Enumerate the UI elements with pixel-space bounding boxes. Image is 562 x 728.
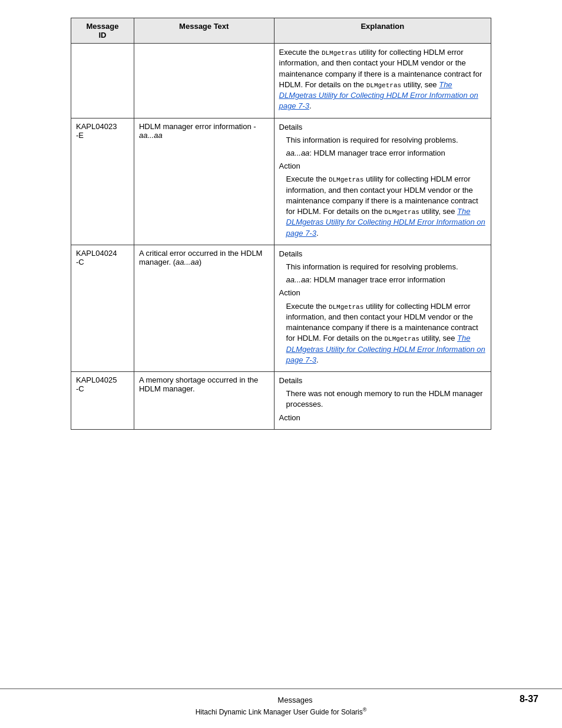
cell-message: HDLM manager error information - aa...aa [134,118,274,245]
footer-center: Messages [71,696,520,704]
cell-id [71,44,134,118]
table-row: Execute the DLMgetras utility for collec… [71,44,491,118]
cell-explanation: Details This information is required for… [274,118,491,245]
header-message: Message Text [134,18,274,44]
details-param: aa...aa: HDLM manager trace error inform… [286,148,486,159]
table-row: KAPL04023-E HDLM manager error informati… [71,118,491,245]
main-table: MessageID Message Text Explanation Execu… [71,18,491,430]
cell-message [134,44,274,118]
cell-id: KAPL04025-C [71,372,134,430]
italic-param: aa...aa [139,131,163,140]
cell-message: A critical error occurred in the HDLM ma… [134,245,274,371]
italic-param2: aa...aa [286,149,310,157]
action-label: Action [279,161,486,172]
details-text: This information is required for resolvi… [286,135,486,146]
details-text2: This information is required for resolvi… [286,262,486,272]
mono-dlmgetras2: DLMgetras [366,82,401,89]
mono-dlmgetras: DLMgetras [322,50,356,57]
explanation-text: Execute the DLMgetras utility for collec… [279,47,486,112]
details-param2: aa...aa: HDLM manager trace error inform… [286,275,486,285]
footer-messages-label: Messages [277,696,312,704]
action-text2: Execute the DLMgetras utility for collec… [286,301,486,366]
details-text3: There was not enough memory to run the H… [286,388,486,410]
footer-area: Messages 8-37 [0,689,562,704]
header-explanation: Explanation [274,18,491,44]
cell-explanation: Details This information is required for… [274,245,491,371]
action-text: Execute the DLMgetras utility for collec… [286,174,486,239]
page-wrapper: MessageID Message Text Explanation Execu… [0,0,562,728]
cell-message: A memory shortage occurred in the HDLM m… [134,372,274,430]
details-label2: Details [279,249,486,259]
cell-id: KAPL04023-E [71,118,134,245]
registered-mark: ® [363,707,367,713]
footer-page-number: 8-37 [520,694,538,704]
table-row: KAPL04024-C A critical error occurred in… [71,245,491,371]
cell-explanation: Execute the DLMgetras utility for collec… [274,44,491,118]
mono-dlmgetras5: DLMgetras [329,304,363,311]
details-label3: Details [279,375,486,386]
mono-dlmgetras4: DLMgetras [385,209,419,216]
mono-dlmgetras6: DLMgetras [385,335,419,342]
content-area: MessageID Message Text Explanation Execu… [0,18,562,671]
italic-param4: aa...aa [286,275,310,284]
footer-guide-title: Hitachi Dynamic Link Manager User Guide … [196,708,367,716]
details-label: Details [279,122,486,133]
footer-bottom: Hitachi Dynamic Link Manager User Guide … [0,707,562,716]
cell-explanation: Details There was not enough memory to r… [274,372,491,430]
action-label2: Action [279,288,486,298]
italic-param3: aa...aa [176,258,199,266]
cell-id: KAPL04024-C [71,245,134,371]
table-row: KAPL04025-C A memory shortage occurred i… [71,372,491,430]
action-label3: Action [279,413,486,423]
mono-dlmgetras3: DLMgetras [329,176,363,183]
header-id: MessageID [71,18,134,44]
